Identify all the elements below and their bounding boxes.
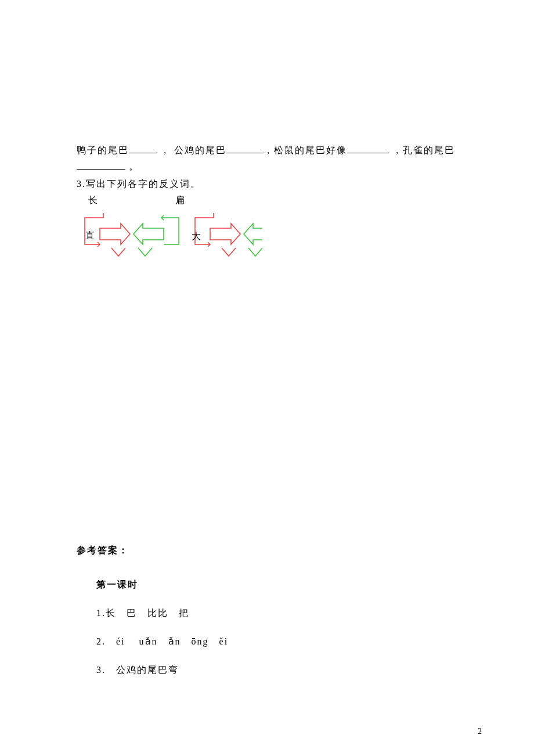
q2-p2: 公鸡的尾巴 [174, 145, 226, 155]
answers-section: 参考答案： 第一课时 1.长 巴 比比 把 2. éi uǎn ǎn ōng ě… [77, 545, 228, 676]
answer-item-3: 3. 公鸡的尾巴弯 [96, 664, 228, 676]
blank-3[interactable] [347, 142, 389, 153]
char-bian: 扁 [175, 195, 185, 207]
question-3-label: 3.写出下列各字的反义词。 [77, 176, 482, 192]
q2-period: 。 [125, 161, 139, 171]
arrows-svg [77, 211, 262, 261]
lesson-title: 第一课时 [96, 579, 228, 591]
answer-item-1: 1.长 巴 比比 把 [96, 607, 228, 620]
q2-c2: ，松鼠的尾巴好像 [264, 145, 347, 155]
answer-item-2: 2. éi uǎn ǎn ōng ěi [96, 636, 228, 648]
antonym-chars-top: 长 扁 [77, 195, 482, 210]
char-zhi: 直 [85, 230, 95, 242]
blank-4[interactable] [77, 159, 125, 170]
answers-title: 参考答案： [77, 545, 228, 557]
q2-c3: ，孔雀的尾巴 [392, 145, 455, 155]
blank-1[interactable] [129, 142, 157, 153]
blank-2[interactable] [226, 142, 264, 153]
q2-c1: ， [160, 145, 171, 155]
question-2-line: 鸭子的尾巴 ， 公鸡的尾巴，松鼠的尾巴好像 ，孔雀的尾巴 。 [77, 142, 482, 175]
antonym-arrows-diagram: 直 大 [77, 211, 482, 261]
q2-p1: 鸭子的尾巴 [77, 145, 129, 155]
char-chang: 长 [88, 195, 98, 207]
page-number: 2 [478, 727, 482, 736]
char-da: 大 [192, 231, 201, 243]
